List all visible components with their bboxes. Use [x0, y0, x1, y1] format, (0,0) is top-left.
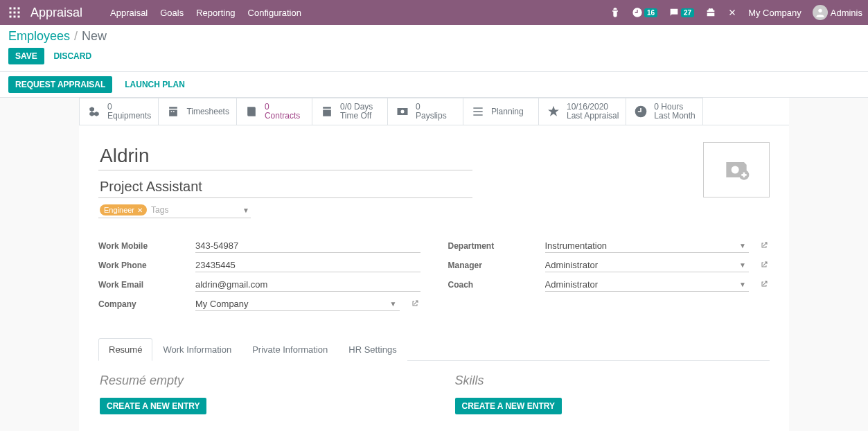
stat-payslips[interactable]: 0Payslips	[387, 98, 463, 125]
user-name: Adminis	[831, 8, 862, 18]
form-sheet: 0Equipments Timesheets 0Contracts 0/0 Da…	[79, 98, 789, 431]
discuss-icon[interactable]: 27	[668, 7, 694, 18]
launch-plan-button[interactable]: Launch Plan	[118, 76, 192, 93]
stat-last-month[interactable]: 0 HoursLast Month	[626, 98, 702, 125]
skills-create-button[interactable]: Create a new entry	[455, 398, 562, 414]
menu-configuration[interactable]: Configuration	[248, 8, 301, 18]
svg-rect-7	[14, 16, 16, 18]
tag-remove-icon[interactable]: ✕	[137, 206, 143, 214]
stat-last-appraisal[interactable]: 10/16/2020Last Appraisal	[538, 98, 626, 125]
star-icon	[546, 104, 561, 119]
work-phone-input[interactable]	[195, 260, 420, 270]
work-email-label: Work Email	[98, 280, 188, 290]
employee-name-input[interactable]	[98, 142, 472, 170]
external-link-icon[interactable]	[760, 241, 770, 252]
svg-rect-4	[14, 12, 16, 14]
chevron-down-icon[interactable]: ▼	[242, 206, 249, 214]
tabs: Resumé Work Information Private Informat…	[98, 337, 770, 361]
work-phone-label: Work Phone	[98, 261, 188, 270]
tags-placeholder: Tags	[151, 205, 238, 215]
breadcrumb-root[interactable]: Employees	[8, 29, 70, 44]
breadcrumb-sep: /	[74, 29, 78, 44]
status-bar: Request Appraisal Launch Plan	[0, 72, 868, 98]
svg-rect-2	[18, 8, 20, 10]
stat-planning[interactable]: Planning	[463, 98, 539, 125]
chevron-down-icon[interactable]: ▼	[736, 242, 749, 249]
tab-work-information[interactable]: Work Information	[152, 338, 242, 361]
breadcrumb-current: New	[82, 29, 107, 44]
company-input[interactable]	[195, 299, 387, 309]
company-switcher[interactable]: My Company	[748, 8, 801, 18]
apps-icon[interactable]	[6, 3, 24, 21]
svg-rect-8	[18, 16, 20, 18]
stat-contracts[interactable]: 0Contracts	[236, 98, 312, 125]
chevron-down-icon[interactable]: ▼	[736, 281, 749, 288]
calendar-icon	[166, 104, 181, 119]
cubes-icon	[87, 104, 102, 119]
resume-create-button[interactable]: Create a new entry	[100, 398, 206, 414]
external-link-icon[interactable]	[760, 261, 770, 271]
calendar-alt-icon	[319, 104, 335, 119]
stat-timeoff[interactable]: 0/0 DaysTime Off	[312, 98, 388, 125]
avatar	[813, 5, 828, 20]
work-email-input[interactable]	[195, 279, 420, 290]
coach-input[interactable]	[545, 279, 737, 290]
manager-input[interactable]	[545, 260, 737, 270]
work-mobile-input[interactable]	[195, 240, 420, 251]
svg-rect-6	[10, 16, 12, 18]
close-icon[interactable]	[727, 8, 737, 17]
topbar-menu: Appraisal Goals Reporting Configuration	[110, 8, 301, 18]
menu-appraisal[interactable]: Appraisal	[110, 8, 148, 18]
svg-point-9	[818, 9, 822, 12]
discuss-badge: 27	[681, 8, 694, 17]
resume-empty-title: Resumé empty	[100, 373, 414, 388]
employee-image[interactable]	[703, 142, 770, 197]
tab-hr-settings[interactable]: HR Settings	[338, 338, 407, 361]
company-label: Company	[98, 299, 188, 309]
stat-buttons: 0Equipments Timesheets 0Contracts 0/0 Da…	[79, 98, 789, 125]
tag-chip: Engineer ✕	[100, 204, 147, 216]
manager-label: Manager	[448, 261, 538, 270]
stat-timesheets[interactable]: Timesheets	[158, 98, 237, 125]
menu-goals[interactable]: Goals	[160, 8, 184, 18]
tag-label: Engineer	[104, 206, 134, 214]
request-appraisal-button[interactable]: Request Appraisal	[8, 76, 112, 93]
department-label: Department	[448, 241, 538, 251]
user-menu[interactable]: Adminis	[813, 5, 862, 20]
topbar-right: 16 27 My Company Adminis	[610, 5, 862, 20]
chevron-down-icon[interactable]: ▼	[736, 261, 749, 269]
menu-reporting[interactable]: Reporting	[196, 8, 235, 18]
external-link-icon[interactable]	[760, 280, 770, 290]
svg-rect-5	[18, 12, 20, 14]
money-icon	[395, 104, 410, 119]
app-brand[interactable]: Appraisal	[30, 6, 82, 20]
department-input[interactable]	[545, 240, 737, 251]
coach-label: Coach	[448, 280, 538, 290]
book-icon	[244, 104, 259, 119]
svg-rect-1	[14, 8, 16, 10]
control-panel: Employees / New Save Discard	[0, 25, 868, 72]
debug-icon[interactable]	[610, 7, 621, 18]
external-link-icon[interactable]	[411, 299, 420, 310]
svg-rect-0	[10, 8, 12, 10]
chevron-down-icon[interactable]: ▼	[387, 300, 400, 308]
topbar: Appraisal Appraisal Goals Reporting Conf…	[0, 0, 868, 25]
work-mobile-label: Work Mobile	[98, 241, 188, 251]
discard-button[interactable]: Discard	[46, 48, 98, 64]
tags-input[interactable]: Engineer ✕ Tags ▼	[98, 202, 251, 218]
gift-icon[interactable]	[705, 7, 716, 18]
job-title-input[interactable]	[98, 176, 472, 198]
activities-badge: 16	[644, 8, 657, 17]
svg-rect-3	[10, 12, 12, 14]
stat-equipments[interactable]: 0Equipments	[79, 98, 159, 125]
tab-private-information[interactable]: Private Information	[242, 338, 338, 361]
breadcrumb: Employees / New	[8, 29, 860, 44]
tab-resume[interactable]: Resumé	[98, 338, 152, 361]
clock-icon	[633, 104, 648, 119]
skills-title: Skills	[455, 373, 769, 388]
tasks-icon	[470, 104, 486, 119]
activities-icon[interactable]: 16	[632, 7, 657, 18]
save-button[interactable]: Save	[8, 48, 44, 64]
